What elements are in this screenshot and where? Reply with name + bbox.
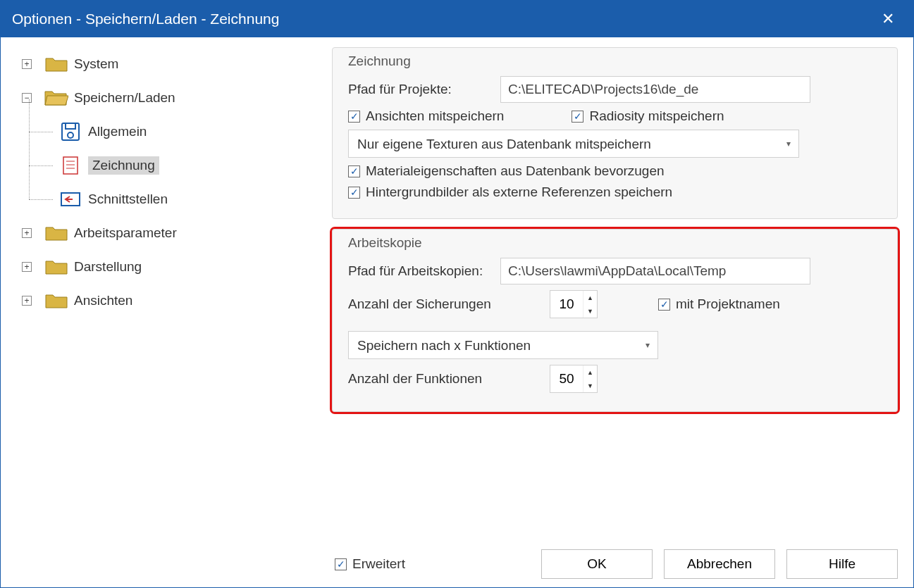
check-icon: ✓ <box>658 299 670 311</box>
group-legend: Zeichnung <box>348 54 882 69</box>
save-mode-combo[interactable]: Speichern nach x Funktionen <box>348 331 658 359</box>
expand-icon[interactable]: + <box>22 296 32 306</box>
check-icon: ✓ <box>348 111 360 123</box>
tree-item-allgemein[interactable]: Allgemein <box>58 115 318 149</box>
tree-item-save-load[interactable]: − Speichern/Laden <box>22 81 318 115</box>
tree-item-schnittstellen[interactable]: Schnittstellen <box>58 182 318 216</box>
tree-label: Ansichten <box>74 293 132 308</box>
project-path-input[interactable] <box>500 76 810 103</box>
check-icon: ✓ <box>348 187 360 199</box>
project-path-label: Pfad für Projekte: <box>348 82 489 97</box>
svg-rect-3 <box>63 157 78 174</box>
spinner-up-icon[interactable]: ▲ <box>583 365 597 379</box>
tree-item-arbeitsparameter[interactable]: + Arbeitsparameter <box>22 216 318 250</box>
backup-count-spinner[interactable]: ▲▼ <box>550 290 598 318</box>
workcopy-path-label: Pfad für Arbeitskopien: <box>348 263 489 280</box>
group-legend: Arbeitskopie <box>348 235 882 251</box>
checkbox-extended[interactable]: ✓ Erweitert <box>335 556 405 572</box>
backup-count-input[interactable] <box>550 291 583 318</box>
checkbox-label: Radiosity mitspeichern <box>589 108 724 124</box>
folder-icon <box>44 55 68 73</box>
spinner-up-icon[interactable]: ▲ <box>583 291 597 304</box>
expand-icon[interactable]: + <box>22 228 32 238</box>
tree-label: Speichern/Laden <box>74 90 175 106</box>
tree-label: Schnittstellen <box>88 192 168 207</box>
checkbox-label: mit Projektnamen <box>676 296 780 312</box>
document-icon <box>58 156 82 175</box>
folder-icon <box>44 292 68 310</box>
cancel-button[interactable]: Abbrechen <box>664 549 775 579</box>
texture-combo[interactable]: Nur eigene Texturen aus Datenbank mitspe… <box>348 130 799 158</box>
tree-label: Zeichnung <box>88 156 159 175</box>
spinner-down-icon[interactable]: ▼ <box>583 379 597 392</box>
tree-label: Darstellung <box>74 259 142 275</box>
tree-label: System <box>74 56 118 72</box>
folder-open-icon <box>44 89 68 107</box>
checkbox-label: Hintergrundbilder als externe Referenzen… <box>366 184 672 200</box>
checkbox-bg-external[interactable]: ✓ Hintergrundbilder als externe Referenz… <box>348 184 672 200</box>
interface-icon <box>58 190 82 208</box>
svg-rect-1 <box>66 123 75 129</box>
save-icon <box>58 123 82 141</box>
help-button[interactable]: Hilfe <box>786 549 898 579</box>
folder-icon <box>44 224 68 242</box>
options-dialog: Optionen - Speichern/Laden - Zeichnung ✕… <box>0 0 914 588</box>
tree-item-darstellung[interactable]: + Darstellung <box>22 250 318 284</box>
dialog-footer: ✓ Erweitert OK Abbrechen Hilfe <box>332 545 898 582</box>
options-tree: + System − Speic <box>1 37 325 587</box>
func-count-spinner[interactable]: ▲▼ <box>550 365 598 393</box>
checkbox-prefer-material[interactable]: ✓ Materialeigenschaften aus Datenbank be… <box>348 163 665 179</box>
func-count-input[interactable] <box>550 365 583 392</box>
folder-icon <box>44 258 68 276</box>
checkbox-label: Erweitert <box>352 556 405 572</box>
tree-item-ansichten[interactable]: + Ansichten <box>22 284 318 318</box>
group-arbeitskopie: Arbeitskopie Pfad für Arbeitskopien: Anz… <box>332 229 898 412</box>
tree-label: Allgemein <box>88 124 147 139</box>
checkbox-label: Ansichten mitspeichern <box>366 108 504 124</box>
spinner-down-icon[interactable]: ▼ <box>583 304 597 318</box>
checkbox-save-views[interactable]: ✓ Ansichten mitspeichern <box>348 108 504 124</box>
titlebar: Optionen - Speichern/Laden - Zeichnung ✕ <box>1 1 913 37</box>
backup-count-label: Anzahl der Sicherungen <box>348 296 531 312</box>
group-zeichnung: Zeichnung Pfad für Projekte: ✓ Ansichten… <box>332 47 898 219</box>
check-icon: ✓ <box>572 111 583 123</box>
ok-button[interactable]: OK <box>541 549 653 579</box>
expand-icon[interactable]: + <box>22 59 32 69</box>
checkbox-save-radiosity[interactable]: ✓ Radiosity mitspeichern <box>572 108 724 124</box>
close-icon[interactable]: ✕ <box>874 10 902 28</box>
svg-point-2 <box>68 132 73 138</box>
window-title: Optionen - Speichern/Laden - Zeichnung <box>12 11 279 27</box>
workcopy-path-input[interactable] <box>500 258 810 284</box>
checkbox-label: Materialeigenschaften aus Datenbank bevo… <box>366 163 665 179</box>
tree-item-system[interactable]: + System <box>22 47 318 81</box>
check-icon: ✓ <box>348 165 360 177</box>
tree-label: Arbeitsparameter <box>74 225 177 241</box>
collapse-icon[interactable]: − <box>22 93 32 103</box>
checkbox-with-project[interactable]: ✓ mit Projektnamen <box>658 296 780 312</box>
check-icon: ✓ <box>335 558 347 570</box>
tree-item-zeichnung[interactable]: Zeichnung <box>58 149 318 182</box>
expand-icon[interactable]: + <box>22 262 32 272</box>
func-count-label: Anzahl der Funktionen <box>348 371 531 387</box>
